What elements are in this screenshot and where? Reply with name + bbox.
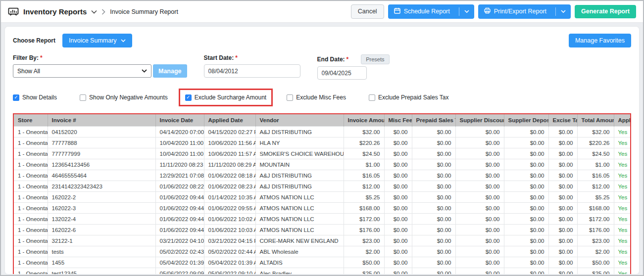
column-header-invoice-amount[interactable]: Invoice Amount bbox=[344, 114, 384, 127]
table-cell: Yes bbox=[614, 159, 631, 170]
checkbox-label: Exclude Surcharge Amount bbox=[195, 94, 266, 101]
table-row[interactable]: 1 - Oneonta I7777788810/04/2020 11:00 PM… bbox=[14, 138, 631, 148]
table-cell: 10/04/2020 11:00 PM bbox=[155, 138, 204, 148]
table-cell: ATMOS NATION LLC bbox=[255, 192, 344, 203]
print-export-report-button[interactable]: Print/Export Report bbox=[478, 4, 571, 19]
column-header-vendor[interactable]: Vendor bbox=[255, 114, 344, 127]
table-cell: $0.00 bbox=[548, 235, 577, 246]
table-cell: $0.00 bbox=[455, 235, 504, 246]
table-row[interactable]: 1 - Oneonta I12365412345611/11/2020 08:2… bbox=[14, 159, 631, 170]
table-cell: $0.00 bbox=[504, 268, 548, 275]
table-cell: Alec Bradley bbox=[255, 268, 344, 275]
table-cell: $25.00 bbox=[577, 268, 614, 275]
table-cell: $172.00 bbox=[344, 214, 384, 225]
table-row[interactable]: 1 - Oneonta I162022-301/06/2022 09:44 AM… bbox=[14, 203, 631, 214]
filter-by-select[interactable]: Show All bbox=[13, 64, 151, 78]
table-cell: 05/02/2022 02:44 AM bbox=[204, 246, 255, 257]
checkbox-box[interactable] bbox=[80, 94, 86, 101]
table-cell: $0.00 bbox=[384, 246, 412, 257]
table-cell: 11/11/2020 08:23 AM bbox=[155, 159, 204, 170]
table-row[interactable]: 1 - Oneonta I77777799910/04/2020 11:00 P… bbox=[14, 148, 631, 159]
table-row[interactable]: 1 - Oneonta Itests05/02/2022 02:43 AM05/… bbox=[14, 246, 631, 257]
table-cell: $16.05 bbox=[577, 170, 614, 181]
column-header-supplier-discount[interactable]: Supplier Discount bbox=[455, 114, 504, 127]
table-cell: 1455 bbox=[48, 257, 155, 268]
table-row[interactable]: 1 - Oneonta I231414232342342301/06/2022 … bbox=[14, 181, 631, 192]
table-cell: $0.00 bbox=[412, 181, 455, 192]
table-row[interactable]: 1 - Oneonta I162022-601/06/2022 09:44 AM… bbox=[14, 225, 631, 235]
checkbox-show-details[interactable]: ✓Show Details bbox=[13, 94, 57, 101]
presets-button[interactable]: Presets bbox=[361, 54, 389, 64]
checkbox-box[interactable] bbox=[287, 94, 293, 101]
table-row[interactable]: 1 - Oneonta I145505/04/2022 01:39 AM05/0… bbox=[14, 257, 631, 268]
start-date-input[interactable] bbox=[204, 64, 300, 78]
generate-report-button[interactable]: Generate Report bbox=[575, 5, 636, 18]
table-cell: 12/29/2021 07:08 AM bbox=[155, 170, 204, 181]
table-cell: 04152020 bbox=[48, 127, 155, 138]
breadcrumb-separator-icon bbox=[101, 9, 105, 15]
table-cell: $0.00 bbox=[548, 181, 577, 192]
chevron-down-icon[interactable] bbox=[91, 10, 97, 14]
table-cell: $176.00 bbox=[344, 225, 384, 235]
table-cell: $0.00 bbox=[384, 138, 412, 148]
table-cell: $0.00 bbox=[548, 203, 577, 214]
table-cell: $0.00 bbox=[455, 170, 504, 181]
table-cell: ALTADIS bbox=[255, 257, 344, 268]
column-header-invoice[interactable]: Invoice # bbox=[48, 114, 155, 127]
schedule-report-label: Schedule Report bbox=[404, 8, 450, 15]
checkbox-box[interactable]: ✓ bbox=[185, 94, 192, 101]
chevron-down-icon[interactable] bbox=[555, 7, 571, 16]
table-row[interactable]: 1 - Oneonta I0415202004/14/2020 07:00 PM… bbox=[14, 127, 631, 138]
table-header-row: StoreInvoice #Invoice DateApplied DateVe… bbox=[14, 114, 631, 127]
table-row[interactable]: 1 - Oneonta I132022-401/06/2022 09:44 AM… bbox=[14, 214, 631, 225]
table-cell: $0.00 bbox=[384, 192, 412, 203]
column-header-excise-tax[interactable]: Excise Tax bbox=[548, 114, 577, 127]
table-cell: 03/21/2022 04:10 PM bbox=[155, 235, 204, 246]
table-cell: 01/06/2022 09:44 AM bbox=[155, 225, 204, 235]
column-header-applied[interactable]: Applied bbox=[614, 114, 631, 127]
checkbox-box[interactable]: ✓ bbox=[13, 94, 19, 101]
table-cell: 01/06/2022 08:18 AM bbox=[204, 170, 255, 181]
table-cell: $220.26 bbox=[344, 138, 384, 148]
table-cell: $220.26 bbox=[577, 138, 614, 148]
checkbox-box[interactable] bbox=[369, 94, 375, 101]
table-row[interactable]: 1 - Oneonta I32122-103/21/2022 04:10 PM0… bbox=[14, 235, 631, 246]
checkbox-exclude-misc-fees[interactable]: Exclude Misc Fees bbox=[287, 94, 346, 101]
table-cell: Yes bbox=[614, 268, 631, 275]
required-asterisk: * bbox=[235, 54, 238, 61]
manage-favorites-button[interactable]: Manage Favorites bbox=[569, 34, 631, 47]
checkbox-label: Exclude Misc Fees bbox=[296, 94, 346, 101]
report-type-value: Invoice Summary bbox=[69, 37, 117, 44]
column-header-misc-fee[interactable]: Misc Fee bbox=[384, 114, 412, 127]
table-cell: 1 - Oneonta I bbox=[14, 159, 48, 170]
checkbox-exclude-surcharge-amount[interactable]: ✓Exclude Surcharge Amount bbox=[179, 89, 273, 106]
column-header-prepaid-sales-tax[interactable]: Prepaid Sales Tax bbox=[412, 114, 455, 127]
column-header-store[interactable]: Store bbox=[14, 114, 48, 127]
column-header-applied-date[interactable]: Applied Date bbox=[204, 114, 255, 127]
column-header-supplier-deposit[interactable]: Supplier Deposit bbox=[504, 114, 548, 127]
table-cell: $0.00 bbox=[504, 214, 548, 225]
table-cell: 132022-4 bbox=[48, 214, 155, 225]
table-cell: ATMOS NATION LLC bbox=[255, 225, 344, 235]
table-cell: tests bbox=[48, 246, 155, 257]
cancel-button[interactable]: Cancel bbox=[351, 4, 384, 19]
table-cell: $168.00 bbox=[577, 203, 614, 214]
schedule-report-button[interactable]: Schedule Report bbox=[388, 4, 474, 19]
checkbox-show-only-negative-amounts[interactable]: Show Only Negative Amounts bbox=[80, 94, 168, 101]
table-row[interactable]: 1 - Oneonta Itest1234505/06/2022 09:09 A… bbox=[14, 268, 631, 275]
checkbox-exclude-prepaid-sales-tax[interactable]: Exclude Prepaid Sales Tax bbox=[369, 94, 449, 101]
required-asterisk: * bbox=[347, 56, 349, 63]
report-type-dropdown[interactable]: Invoice Summary bbox=[62, 34, 132, 47]
table-cell: $12.00 bbox=[344, 181, 384, 192]
table-cell: CORE-MARK NEW ENGLAND bbox=[255, 235, 344, 246]
table-cell: 01/06/2022 09:55 AM bbox=[204, 203, 255, 214]
manage-filter-button[interactable]: Manage bbox=[153, 64, 187, 78]
table-row[interactable]: 1 - Oneonta I4646555546412/29/2021 07:08… bbox=[14, 170, 631, 181]
end-date-input[interactable] bbox=[317, 66, 367, 80]
chevron-down-icon[interactable] bbox=[459, 7, 474, 16]
table-cell: $0.00 bbox=[412, 192, 455, 203]
table-cell: SMOKER'S CHOICE WAREHOUSE bbox=[255, 148, 344, 159]
table-row[interactable]: 1 - Oneonta I162022-201/06/2022 09:44 AM… bbox=[14, 192, 631, 203]
column-header-total-amount[interactable]: Total Amount bbox=[577, 114, 614, 127]
column-header-invoice-date[interactable]: Invoice Date bbox=[155, 114, 204, 127]
